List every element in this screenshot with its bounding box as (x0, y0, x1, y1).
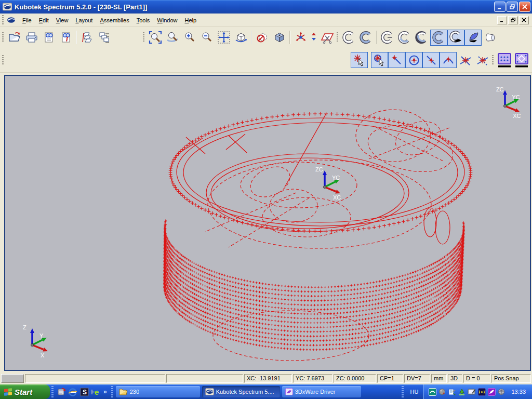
close-button[interactable] (519, 2, 530, 12)
statusbar-handle[interactable] (1, 374, 24, 383)
zoom-window-button[interactable] (147, 30, 164, 46)
app-icon (3, 3, 12, 11)
status-bar: XC: -13.9191 YC: 7.6973 ZC: 0.0000 CP=1 … (0, 372, 532, 384)
menu-layout[interactable]: Layout (72, 15, 96, 25)
file-report-icon (43, 31, 55, 44)
file-report-button[interactable] (40, 30, 57, 46)
grid-snap-button[interactable] (496, 52, 513, 68)
start-button[interactable]: Start (0, 384, 50, 399)
toolbar-separator (289, 31, 290, 44)
quicklaunch-overflow-chevron[interactable]: » (102, 388, 108, 395)
internet-explorer-icon[interactable] (68, 387, 77, 396)
section-cut-button[interactable] (318, 30, 336, 46)
printer-icon (25, 31, 38, 44)
mdi-close-button[interactable] (519, 16, 529, 24)
spectrum-quicklaunch-icon[interactable]: S (79, 387, 89, 396)
c-mixed-button[interactable] (396, 30, 413, 46)
show-desktop-icon[interactable] (57, 387, 66, 396)
more-views-button[interactable] (309, 30, 318, 46)
menu-file[interactable]: File (19, 15, 35, 25)
toolbar-gripper[interactable] (492, 55, 494, 65)
snap-apparent-intersection-button[interactable] (474, 52, 491, 68)
menu-window[interactable]: Window (153, 15, 181, 25)
print-button[interactable] (23, 30, 40, 46)
render-wireframe-button[interactable] (254, 30, 271, 46)
usb-device-tray-icon[interactable] (458, 388, 466, 396)
e-app-icon[interactable]: e (91, 387, 100, 396)
taskbar-clock[interactable]: 13:33 (507, 389, 529, 395)
zoom-in-button[interactable] (181, 30, 198, 46)
volume-tray-icon[interactable] (438, 388, 446, 396)
language-gripper[interactable] (402, 386, 404, 397)
svg-text:Z: Z (23, 324, 26, 330)
zoom-dynamic-button[interactable] (164, 30, 181, 46)
model-viewport[interactable]: ZCYCXCZCYCXCZYX (4, 75, 531, 371)
grid-style-icon (514, 52, 529, 68)
window-list-button[interactable] (96, 30, 113, 46)
zoom-out-button[interactable] (198, 30, 215, 46)
svg-text:S: S (83, 389, 87, 396)
render-shaded-button[interactable] (271, 30, 288, 46)
cylinder-button[interactable] (482, 30, 499, 46)
sheets-button[interactable] (78, 30, 96, 46)
c-shaded-button[interactable] (430, 30, 447, 46)
status-dv[interactable]: DV=7 (404, 374, 430, 383)
render-shaded-icon (273, 31, 286, 44)
network-tray-icon[interactable] (497, 388, 506, 396)
menu-help[interactable]: Help (181, 15, 201, 25)
select-point-button[interactable] (351, 52, 368, 68)
status-mode[interactable]: 3D (448, 374, 462, 383)
folder-icon (119, 388, 128, 395)
snap-circle-center-button[interactable] (405, 52, 422, 68)
menu-view[interactable]: View (52, 15, 72, 25)
snap-intersection-button[interactable] (457, 52, 474, 68)
snap-circle-center-icon (407, 54, 421, 67)
wireless-tray-icon[interactable] (477, 388, 486, 396)
status-units[interactable]: mm (431, 374, 447, 383)
c-hidden-icon (360, 31, 373, 44)
status-snap[interactable]: Pos Snap (491, 374, 531, 383)
snap-center-button[interactable] (371, 52, 388, 68)
c-hidden-button[interactable] (357, 30, 375, 46)
zoom-out-icon (200, 31, 214, 44)
mdi-restore-button[interactable] (508, 16, 518, 24)
openoffice-tray-icon[interactable] (428, 388, 436, 396)
restore-button[interactable] (507, 2, 518, 12)
tablet-tray-icon[interactable] (468, 388, 476, 396)
toolbar-gripper[interactable] (2, 55, 4, 65)
menu-assemblies[interactable]: Assemblies (96, 15, 132, 25)
task-button-3dxware[interactable]: 3DxWare Driver (282, 386, 361, 397)
snap-arc-mid-button[interactable] (440, 52, 457, 68)
3dconnexion-tray-icon[interactable] (487, 388, 496, 396)
triad-axes-button[interactable] (292, 30, 309, 46)
snap-on-line-button[interactable] (422, 52, 440, 68)
menu-tools[interactable]: Tools (133, 15, 154, 25)
snap-apparent-intersection-icon (476, 54, 489, 67)
c-half-shaded-button[interactable] (413, 30, 430, 46)
toolbar-gripper[interactable] (2, 32, 4, 43)
file-info-button[interactable] (57, 30, 74, 46)
task-button-230[interactable]: 230 (116, 386, 200, 397)
menu-edit[interactable]: Edit (35, 15, 52, 25)
c-shadow-button[interactable] (447, 30, 464, 46)
c-outline-button[interactable] (379, 30, 396, 46)
c-wireframe-button[interactable] (340, 30, 357, 46)
language-indicator[interactable]: HU (405, 389, 424, 395)
status-cp[interactable]: CP=1 (377, 374, 403, 383)
mdi-minimize-button[interactable] (497, 16, 507, 24)
quicklaunch-gripper[interactable] (51, 386, 54, 397)
open-button[interactable] (6, 30, 23, 46)
toolbar-gripper[interactable] (143, 32, 144, 43)
pan-button[interactable] (215, 30, 232, 46)
minimize-button[interactable] (494, 2, 506, 12)
driver-tool-tray-icon[interactable] (448, 388, 456, 396)
grid-style-button[interactable] (513, 52, 530, 68)
toolbar-gripper[interactable] (337, 32, 338, 43)
menubar-gripper[interactable] (2, 15, 4, 25)
snap-point-button[interactable] (388, 52, 405, 68)
taskbar-gripper[interactable] (111, 386, 113, 397)
status-depth[interactable]: D = 0 (463, 374, 490, 383)
task-button-kubotek[interactable]: Kubotek Spectrum 5.... (202, 386, 280, 397)
c-blade-button[interactable] (464, 30, 482, 46)
rotate-view-button[interactable] (232, 30, 249, 46)
